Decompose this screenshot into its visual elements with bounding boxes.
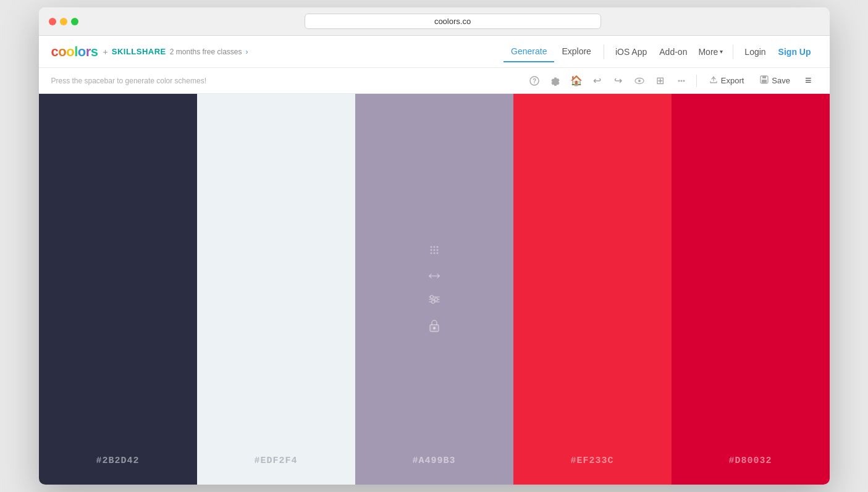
color-swatch-5[interactable]: #D80032: [672, 94, 830, 485]
toolbar-separator: [696, 75, 697, 87]
svg-point-13: [430, 249, 432, 251]
color-hex-1: #2B2D42: [96, 456, 139, 466]
drag-grid-icon[interactable]: [428, 244, 440, 259]
nav-login[interactable]: Login: [738, 42, 772, 62]
grid-icon[interactable]: ⊞: [652, 72, 669, 90]
help-icon[interactable]: ?: [526, 72, 543, 90]
nav-addon[interactable]: Add-on: [653, 42, 693, 62]
svg-point-5: [680, 80, 682, 81]
browser-window: coolors + SKILLSHARE 2 months free class…: [39, 7, 830, 485]
redo-icon[interactable]: ↪: [610, 72, 627, 90]
svg-point-3: [638, 80, 641, 82]
nav-divider: [604, 44, 604, 59]
lock-icon[interactable]: [429, 319, 440, 335]
nav-ios-app[interactable]: iOS App: [609, 42, 653, 62]
nav-bar: coolors + SKILLSHARE 2 months free class…: [39, 36, 830, 68]
export-icon: [709, 75, 718, 86]
svg-text:?: ?: [533, 78, 536, 85]
coolors-logo[interactable]: coolors: [51, 44, 98, 60]
color-swatch-1[interactable]: #2B2D42: [39, 94, 197, 485]
nav-more[interactable]: More ▾: [693, 42, 728, 62]
svg-point-18: [436, 252, 438, 254]
toolbar-hint: Press the spacebar to generate color sch…: [51, 77, 526, 85]
save-button[interactable]: Save: [754, 72, 796, 89]
color-palette: #2B2D42 #EDF2F4: [39, 94, 830, 485]
url-bar: [86, 14, 820, 29]
logo-area: coolors + SKILLSHARE 2 months free class…: [51, 44, 248, 60]
svg-point-10: [430, 246, 432, 248]
maximize-button[interactable]: [71, 18, 78, 25]
color-hex-4: #EF233C: [570, 456, 613, 466]
nav-generate[interactable]: Generate: [504, 41, 554, 62]
export-button[interactable]: Export: [703, 72, 751, 89]
plus-sign: +: [103, 47, 108, 57]
color-swatch-4[interactable]: #EF233C: [513, 94, 672, 485]
svg-rect-9: [762, 80, 767, 83]
color-swatch-2[interactable]: #EDF2F4: [197, 94, 355, 485]
home-icon[interactable]: 🏠: [568, 72, 585, 90]
promo-arrow-icon: ›: [246, 48, 248, 56]
minimize-button[interactable]: [60, 18, 67, 25]
close-button[interactable]: [49, 18, 56, 25]
svg-point-14: [433, 249, 435, 251]
skillshare-brand: SKILLSHARE: [112, 47, 166, 56]
color-hex-3: #A499B3: [412, 456, 455, 466]
svg-point-16: [430, 252, 432, 254]
svg-point-27: [433, 327, 435, 329]
eye-icon[interactable]: [631, 72, 648, 90]
svg-point-15: [436, 249, 438, 251]
traffic-lights: [49, 18, 78, 25]
undo-icon[interactable]: ↩: [589, 72, 606, 90]
skillshare-promo[interactable]: + SKILLSHARE 2 months free classes ›: [103, 47, 248, 57]
nav-divider-2: [733, 44, 733, 59]
promo-text: 2 months free classes: [170, 48, 242, 56]
color-swatch-3[interactable]: #A499B3: [355, 94, 513, 485]
nav-explore[interactable]: Explore: [554, 41, 598, 62]
svg-point-23: [430, 295, 433, 298]
swatch-3-icons: [428, 244, 441, 335]
settings-icon[interactable]: [547, 72, 564, 90]
svg-point-24: [434, 298, 437, 301]
adjust-icon[interactable]: [428, 294, 440, 307]
share-alt-icon[interactable]: [673, 72, 690, 90]
toolbar: Press the spacebar to generate color sch…: [39, 68, 830, 94]
svg-point-12: [436, 246, 438, 248]
color-hex-5: #D80032: [728, 456, 772, 466]
color-hex-2: #EDF2F4: [254, 456, 297, 466]
hamburger-menu-button[interactable]: ≡: [800, 71, 817, 90]
svg-rect-8: [762, 76, 766, 78]
resize-arrows-icon[interactable]: [428, 270, 441, 283]
svg-point-4: [678, 80, 680, 81]
save-icon: [760, 75, 769, 86]
title-bar: [39, 7, 830, 36]
svg-point-25: [431, 300, 434, 303]
url-input[interactable]: [305, 14, 601, 29]
toolbar-actions: ? 🏠 ↩ ↪ ⊞: [526, 71, 817, 90]
nav-links: Generate Explore iOS App Add-on More ▾ L…: [504, 41, 817, 62]
nav-signup[interactable]: Sign Up: [772, 42, 817, 62]
svg-point-17: [433, 252, 435, 254]
chevron-down-icon: ▾: [720, 48, 723, 55]
svg-point-11: [433, 246, 435, 248]
svg-point-6: [683, 80, 685, 81]
